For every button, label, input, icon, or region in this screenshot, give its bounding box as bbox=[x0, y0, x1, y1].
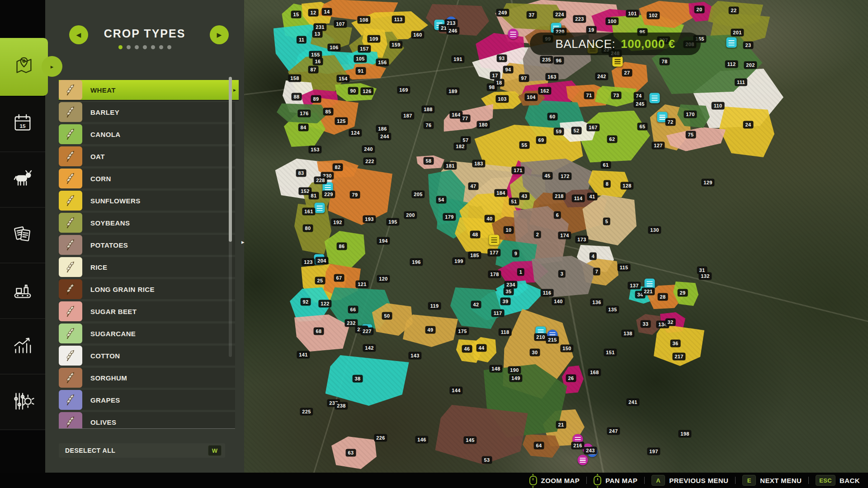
field-number-label[interactable]: 120 bbox=[377, 275, 390, 283]
field-number-label[interactable]: 59 bbox=[554, 128, 564, 136]
field-number-label[interactable]: 184 bbox=[494, 189, 507, 197]
field-number-label[interactable]: 163 bbox=[545, 73, 558, 81]
field-number-label[interactable]: 51 bbox=[509, 198, 519, 206]
field-number-label[interactable]: 21 bbox=[556, 421, 566, 429]
field-number-label[interactable]: 242 bbox=[595, 73, 608, 80]
field-number-label[interactable]: 153 bbox=[308, 146, 321, 154]
field-number-label[interactable]: 79 bbox=[350, 191, 360, 199]
field-number-label[interactable]: 2 bbox=[534, 231, 541, 239]
crop-row-canola[interactable]: CANOLA bbox=[59, 124, 235, 144]
pagination-dot[interactable] bbox=[159, 45, 163, 49]
field-number-label[interactable]: 157 bbox=[358, 45, 371, 53]
field-number-label[interactable]: 126 bbox=[360, 88, 373, 95]
field-number-label[interactable]: 119 bbox=[428, 302, 441, 310]
field-number-label[interactable]: 76 bbox=[424, 122, 434, 129]
field-number-label[interactable]: 169 bbox=[397, 86, 410, 94]
sidebar-item-calendar[interactable]: 15 bbox=[0, 97, 45, 152]
field-number-label[interactable]: 100 bbox=[605, 18, 618, 25]
field-number-label[interactable]: 15 bbox=[291, 11, 302, 19]
field-polygon[interactable] bbox=[326, 355, 409, 406]
field-number-label[interactable]: 8 bbox=[604, 180, 611, 188]
field-number-label[interactable]: 53 bbox=[482, 456, 492, 464]
field-number-label[interactable]: 146 bbox=[415, 436, 428, 444]
crop-row-sugarcane[interactable]: SUGARCANE bbox=[59, 324, 235, 343]
field-number-label[interactable]: 158 bbox=[288, 75, 301, 82]
field-number-label[interactable]: 226 bbox=[374, 434, 387, 442]
field-number-label[interactable]: 192 bbox=[331, 219, 344, 226]
field-number-label[interactable]: 22 bbox=[729, 7, 739, 14]
field-number-label[interactable]: 247 bbox=[607, 427, 620, 435]
field-number-label[interactable]: 178 bbox=[488, 271, 501, 278]
field-number-label[interactable]: 200 bbox=[404, 211, 417, 219]
field-number-label[interactable]: 73 bbox=[611, 92, 622, 99]
field-number-label[interactable]: 196 bbox=[410, 258, 423, 266]
pagination-dot[interactable] bbox=[135, 45, 139, 49]
crop-row-soybeans[interactable]: SOYBEANS bbox=[59, 213, 235, 233]
field-number-label[interactable]: 10 bbox=[504, 226, 514, 234]
field-number-label[interactable]: 37 bbox=[527, 11, 537, 19]
field-number-label[interactable]: 111 bbox=[735, 79, 747, 86]
field-number-label[interactable]: 116 bbox=[541, 289, 554, 297]
field-number-label[interactable]: 170 bbox=[684, 111, 697, 118]
field-number-label[interactable]: 190 bbox=[508, 366, 521, 374]
field-number-label[interactable]: 84 bbox=[298, 124, 309, 131]
field-number-label[interactable]: 60 bbox=[547, 113, 558, 121]
field-number-label[interactable]: 4 bbox=[590, 253, 597, 260]
field-number-label[interactable]: 13 bbox=[312, 30, 323, 38]
field-number-label[interactable]: 235 bbox=[540, 56, 553, 64]
pagination-dot[interactable] bbox=[118, 45, 123, 49]
field-number-label[interactable]: 148 bbox=[489, 365, 502, 373]
field-number-label[interactable]: 38 bbox=[353, 375, 363, 383]
field-number-label[interactable]: 227 bbox=[360, 328, 373, 335]
field-number-label[interactable]: 97 bbox=[519, 75, 529, 82]
field-number-label[interactable]: 81 bbox=[309, 192, 319, 200]
field-number-label[interactable]: 124 bbox=[349, 129, 362, 137]
field-number-label[interactable]: 65 bbox=[637, 123, 648, 131]
field-number-label[interactable]: 168 bbox=[588, 369, 601, 376]
pagination-dot[interactable] bbox=[151, 45, 155, 49]
field-number-label[interactable]: 117 bbox=[491, 310, 505, 317]
field-number-label[interactable]: 243 bbox=[584, 447, 597, 455]
field-number-label[interactable]: 145 bbox=[463, 436, 476, 444]
field-number-label[interactable]: 106 bbox=[327, 44, 340, 52]
sidebar-item-settings[interactable] bbox=[0, 375, 45, 430]
field-number-label[interactable]: 103 bbox=[495, 95, 509, 103]
field-number-label[interactable]: 74 bbox=[634, 92, 644, 100]
field-number-label[interactable]: 217 bbox=[672, 353, 685, 361]
field-number-label[interactable]: 39 bbox=[500, 298, 511, 305]
crop-row-barley[interactable]: BARLEY bbox=[59, 102, 235, 122]
field-number-label[interactable]: 7 bbox=[593, 268, 600, 276]
field-number-label[interactable]: 68 bbox=[314, 328, 324, 335]
field-number-label[interactable]: 93 bbox=[497, 55, 507, 62]
field-number-label[interactable]: 174 bbox=[558, 232, 571, 239]
field-number-label[interactable]: 12 bbox=[308, 9, 319, 17]
field-number-label[interactable]: 179 bbox=[443, 213, 456, 221]
field-number-label[interactable]: 90 bbox=[348, 87, 359, 95]
field-number-label[interactable]: 42 bbox=[471, 301, 481, 309]
crop-row-potatoes[interactable]: POTATOES bbox=[59, 235, 235, 255]
field-number-label[interactable]: 193 bbox=[363, 216, 376, 223]
field-number-label[interactable]: 92 bbox=[301, 298, 311, 306]
hotspot-icon-magenta[interactable] bbox=[578, 455, 588, 465]
panel-expand-arrow[interactable]: ▸ bbox=[241, 239, 245, 245]
map-view[interactable]: 1512142311310710811316011106109159157155… bbox=[244, 0, 868, 488]
field-number-label[interactable]: 77 bbox=[460, 115, 471, 122]
field-number-label[interactable]: 91 bbox=[356, 67, 366, 75]
field-number-label[interactable]: 201 bbox=[731, 29, 744, 37]
field-number-label[interactable]: 238 bbox=[335, 402, 348, 410]
field-polygon[interactable] bbox=[638, 1, 693, 28]
field-number-label[interactable]: 101 bbox=[626, 10, 639, 18]
crop-row-sorghum[interactable]: SORGHUM bbox=[59, 368, 235, 388]
field-number-label[interactable]: 55 bbox=[519, 141, 530, 149]
field-number-label[interactable]: 47 bbox=[468, 183, 479, 190]
field-number-label[interactable]: 197 bbox=[647, 448, 660, 455]
field-number-label[interactable]: 137 bbox=[627, 282, 641, 290]
field-number-label[interactable]: 45 bbox=[542, 172, 553, 180]
field-number-label[interactable]: 136 bbox=[590, 299, 603, 306]
field-number-label[interactable]: 189 bbox=[446, 88, 459, 95]
hotspot-icon-cyan[interactable] bbox=[726, 38, 737, 48]
field-number-label[interactable]: 67 bbox=[334, 274, 344, 282]
field-number-label[interactable]: 187 bbox=[401, 112, 414, 120]
field-number-label[interactable]: 61 bbox=[601, 161, 611, 169]
field-number-label[interactable]: 94 bbox=[503, 66, 514, 74]
